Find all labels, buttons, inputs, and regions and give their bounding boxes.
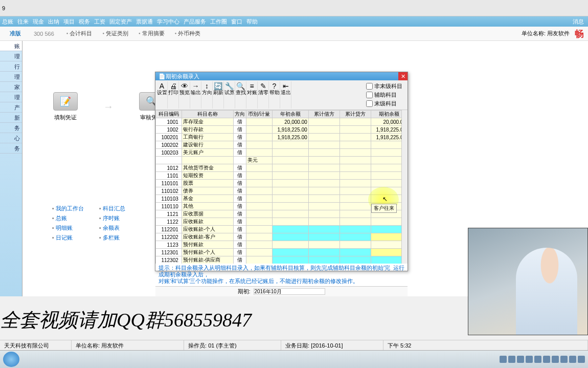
table-row[interactable]: 美元 — [156, 157, 408, 164]
table-row[interactable]: 112201应收账款-个人借 — [156, 226, 408, 233]
sidebar: 账 理 行 理 家 理 产 新 务 心 务 — [0, 41, 22, 296]
tool-清零[interactable]: ✎清零 — [258, 81, 269, 109]
tool-退出[interactable]: ⇤退出 — [280, 81, 291, 109]
sidebar-item[interactable]: 心 — [0, 133, 22, 143]
taskbar[interactable] — [0, 350, 588, 368]
col-header[interactable]: 累计借方 — [308, 111, 340, 118]
sidebar-item[interactable]: 行 — [0, 61, 22, 72]
sidebar-item[interactable]: 产 — [0, 102, 22, 113]
table-row[interactable]: 112202应收账款-客户借 — [156, 233, 408, 241]
toolbar-fx[interactable]: 外币种类 — [175, 30, 201, 37]
tray-icon[interactable] — [552, 356, 559, 363]
menu-item[interactable]: 产品服务 — [184, 18, 206, 26]
check-aux[interactable]: 辅助科目 — [366, 91, 402, 99]
menu-item[interactable]: 现金 — [33, 18, 44, 26]
link-journal[interactable]: 日记账 — [52, 234, 84, 242]
col-header[interactable]: 方向 — [234, 111, 246, 118]
table-row[interactable]: 1101短期投资借 — [156, 172, 408, 180]
sidebar-item[interactable]: 家 — [0, 82, 22, 92]
table-row[interactable]: 112302预付账款-供应商借 — [156, 256, 408, 264]
tray-icon[interactable] — [560, 356, 568, 363]
dialog-title-bar[interactable]: 📄 期初余额录入 ✕ — [155, 72, 408, 80]
menu-item[interactable]: 帮助 — [246, 18, 258, 26]
menu-item[interactable]: 工作圈 — [210, 18, 227, 26]
sidebar-item[interactable]: 理 — [0, 72, 22, 82]
run-link[interactable]: 运行 — [393, 265, 404, 271]
col-header[interactable]: 科目名称 — [182, 111, 234, 118]
menu-messages[interactable]: 消息 — [573, 18, 584, 26]
link-detail-ledger[interactable]: 明细账 — [52, 224, 84, 232]
tool-刷新[interactable]: 🔄刷新 — [213, 81, 224, 109]
tool-对账[interactable]: ≡对账 — [246, 81, 258, 109]
system-tray[interactable] — [500, 356, 588, 363]
tray-icon[interactable] — [569, 356, 576, 363]
wf-create-voucher[interactable]: 📝 填制凭证 — [53, 92, 78, 121]
menu-item[interactable]: 学习中心 — [157, 18, 179, 26]
table-row[interactable]: 1002银行存款借1,918,225.001,918,225.00 — [156, 126, 408, 134]
menu-item[interactable]: 往来 — [17, 18, 29, 26]
link-balance-sheet[interactable]: 余额表 — [99, 224, 125, 232]
menu-item[interactable]: 工资 — [94, 18, 105, 26]
link-chrono[interactable]: 序时账 — [99, 214, 125, 222]
tray-icon[interactable] — [517, 356, 524, 363]
sidebar-item[interactable]: 理 — [0, 51, 22, 61]
tray-icon[interactable] — [534, 356, 541, 363]
tool-设置[interactable]: A设置 — [156, 81, 168, 109]
col-header[interactable]: 累计贷方 — [340, 111, 371, 118]
tray-icon[interactable] — [508, 356, 515, 363]
period-input[interactable] — [254, 288, 325, 295]
start-button[interactable] — [3, 352, 19, 367]
table-row[interactable]: 1121应收票据借 — [156, 210, 408, 218]
table-row[interactable]: 100202建设银行借 — [156, 141, 408, 149]
scrollbar-vertical[interactable] — [401, 110, 408, 264]
menu-item[interactable]: 税务 — [79, 18, 90, 26]
table-row[interactable]: 110103基金借 — [156, 195, 408, 203]
tray-icon[interactable] — [578, 356, 585, 363]
table-row[interactable]: 112301预付账款-个人借 — [156, 249, 408, 256]
table-row[interactable]: 1122应收账款借 — [156, 218, 408, 226]
link-general-ledger[interactable]: 总账 — [52, 214, 84, 222]
menu-item[interactable]: 票据通 — [136, 18, 153, 26]
sidebar-item[interactable]: 新 — [0, 113, 22, 123]
sidebar-item[interactable]: 务 — [0, 123, 22, 133]
table-row[interactable]: 110110其他借 — [156, 203, 408, 210]
tool-打印[interactable]: 🖨打印 — [168, 81, 179, 109]
tool-预览[interactable]: 👁预览 — [179, 81, 190, 109]
table-row[interactable]: 110102债券借 — [156, 187, 408, 195]
toolbar-accounts[interactable]: 会计科目 — [66, 30, 93, 37]
tool-试算[interactable]: 🔧试算 — [224, 81, 235, 109]
menu-item[interactable]: 窗口 — [231, 18, 242, 26]
col-header[interactable]: 科目编码 — [156, 111, 182, 118]
sidebar-item[interactable]: 账 — [0, 41, 22, 51]
table-row[interactable]: 1123预付账款借 — [156, 241, 408, 249]
check-leaf[interactable]: 末级科目 — [366, 100, 402, 107]
close-icon[interactable]: ✕ — [398, 72, 408, 80]
tray-icon[interactable] — [500, 356, 507, 363]
tool-帮助[interactable]: ?帮助 — [269, 81, 280, 109]
menu-item[interactable]: 出纳 — [48, 18, 59, 26]
sidebar-item[interactable]: 务 — [0, 143, 22, 154]
menu-item[interactable]: 固定资产 — [109, 18, 132, 26]
col-header[interactable]: 年初余额 — [272, 111, 308, 118]
col-header[interactable]: 币别/计量 — [246, 111, 272, 118]
tray-icon[interactable] — [526, 356, 533, 363]
tool-输出[interactable]: →输出 — [190, 81, 201, 109]
link-my-workspace[interactable]: 我的工作台 — [52, 205, 84, 212]
tool-方向[interactable]: ↕方向 — [201, 81, 213, 109]
tool-查找[interactable]: 🔍查找 — [235, 81, 246, 109]
table-row[interactable]: 1001库存现金借20,000.0020,000.00 — [156, 118, 408, 126]
link-multi-col[interactable]: 多栏账 — [99, 234, 125, 242]
table-row[interactable]: 110101股票借 — [156, 180, 408, 187]
balance-grid[interactable]: 科目编码科目名称方向币别/计量年初余额累计借方累计贷方期初余额 1001库存现金… — [155, 110, 408, 264]
check-nonleaf[interactable]: 非末级科目 — [366, 82, 402, 90]
table-row[interactable]: 1012其他货币资金借 — [156, 164, 408, 172]
sidebar-item[interactable]: 理 — [0, 92, 22, 102]
link-account-summary[interactable]: 科目汇总 — [99, 205, 125, 212]
menu-item[interactable]: 项目 — [63, 18, 75, 26]
toolbar-voucher-type[interactable]: 凭证类别 — [102, 30, 128, 37]
toolbar-summary[interactable]: 常用摘要 — [139, 30, 165, 37]
menu-item[interactable]: 总账 — [2, 18, 13, 26]
table-row[interactable]: 100203美元账户借 — [156, 149, 408, 157]
table-row[interactable]: 100201工商银行借1,918,225.001,918,225.00 — [156, 134, 408, 141]
tray-icon[interactable] — [543, 356, 550, 363]
